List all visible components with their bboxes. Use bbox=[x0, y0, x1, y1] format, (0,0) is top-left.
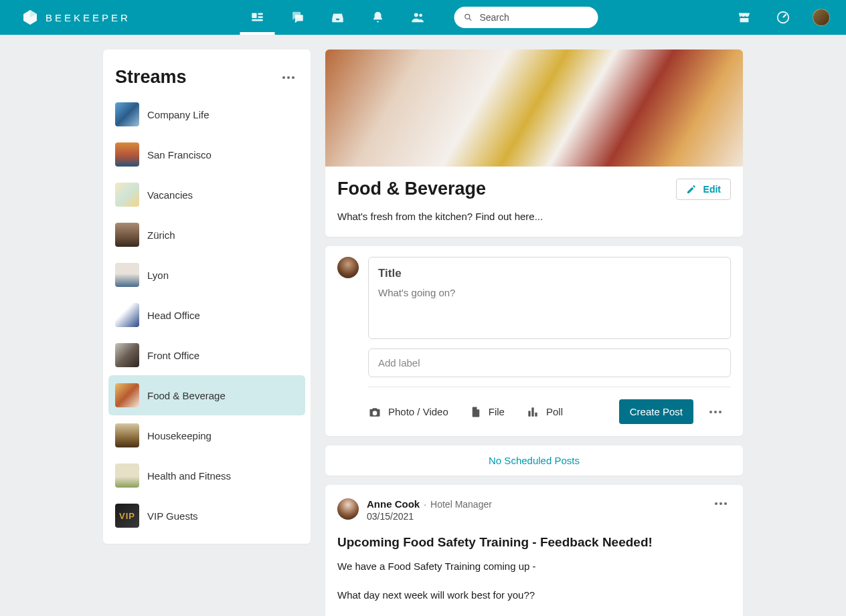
composer-more-button[interactable] bbox=[705, 407, 726, 417]
post-author-name[interactable]: Anne Cook bbox=[367, 498, 420, 510]
stream-thumb bbox=[115, 223, 139, 247]
nav-dashboard-icon[interactable] bbox=[774, 8, 792, 27]
nav-center bbox=[248, 7, 598, 28]
sidebar-item-vacancies[interactable]: Vacancies bbox=[108, 175, 305, 215]
stream-label: Health and Fitness bbox=[147, 470, 231, 482]
poll-icon bbox=[526, 405, 539, 419]
scheduled-posts-banner[interactable]: No Scheduled Posts bbox=[325, 445, 743, 476]
create-post-button[interactable]: Create Post bbox=[619, 399, 693, 424]
svg-point-6 bbox=[465, 14, 470, 19]
sidebar-item-front-office[interactable]: Front Office bbox=[108, 335, 305, 375]
search-input[interactable] bbox=[479, 12, 588, 23]
nav-inbox-icon[interactable] bbox=[329, 8, 347, 27]
svg-rect-1 bbox=[258, 13, 262, 15]
sidebar-item-head-office[interactable]: Head Office bbox=[108, 295, 305, 335]
svg-point-4 bbox=[414, 13, 418, 17]
search-box[interactable] bbox=[454, 7, 598, 28]
svg-rect-10 bbox=[531, 407, 533, 416]
pencil-icon bbox=[686, 184, 697, 195]
nav-streams-icon[interactable] bbox=[248, 8, 267, 27]
post-more-button[interactable] bbox=[711, 498, 731, 509]
stream-thumb bbox=[115, 142, 139, 167]
camera-icon bbox=[368, 405, 382, 419]
composer-body-input[interactable]: What's going on? bbox=[378, 287, 721, 298]
svg-rect-9 bbox=[528, 411, 530, 416]
svg-rect-11 bbox=[535, 412, 537, 416]
stream-thumb bbox=[115, 303, 139, 327]
logo-icon bbox=[21, 9, 39, 26]
stream-thumb bbox=[115, 383, 139, 407]
composer-avatar bbox=[337, 257, 359, 278]
sidebar-item-vip-guests[interactable]: VIPVIP Guests bbox=[108, 496, 305, 536]
svg-line-7 bbox=[469, 19, 471, 21]
stream-label: Lyon bbox=[147, 270, 169, 281]
post-author-avatar[interactable] bbox=[337, 498, 359, 520]
stream-header-card: Food & Beverage Edit What's fresh from t… bbox=[325, 49, 743, 237]
add-label-input[interactable]: Add label bbox=[368, 348, 731, 377]
edit-stream-button[interactable]: Edit bbox=[676, 179, 731, 200]
stream-list: Company LifeSan FranciscoVacanciesZürich… bbox=[103, 94, 311, 536]
sidebar-item-lyon[interactable]: Lyon bbox=[108, 255, 305, 295]
sidebar-item-health-and-fitness[interactable]: Health and Fitness bbox=[108, 455, 305, 496]
file-icon bbox=[470, 405, 482, 419]
attach-file-button[interactable]: File bbox=[470, 405, 505, 419]
nav-people-icon[interactable] bbox=[409, 8, 428, 27]
stream-description: What's fresh from the kitchen? Find out … bbox=[337, 211, 731, 222]
svg-rect-2 bbox=[258, 16, 262, 18]
stream-label: Food & Beverage bbox=[147, 390, 226, 401]
sidebar-item-food-beverage[interactable]: Food & Beverage bbox=[108, 375, 305, 415]
stream-label: Front Office bbox=[147, 350, 199, 361]
post-author-role: Hotel Manager bbox=[430, 499, 492, 510]
profile-avatar[interactable] bbox=[813, 9, 830, 26]
stream-label: Head Office bbox=[147, 310, 200, 321]
stream-label: San Francisco bbox=[147, 149, 212, 161]
stream-label: VIP Guests bbox=[147, 510, 198, 522]
stream-cover-image bbox=[325, 49, 743, 167]
svg-point-5 bbox=[419, 13, 422, 17]
svg-rect-3 bbox=[252, 19, 263, 21]
post-composer-card: Title What's going on? Add label Photo /… bbox=[325, 246, 743, 436]
attach-poll-button[interactable]: Poll bbox=[526, 405, 563, 419]
search-icon bbox=[464, 12, 473, 23]
sidebar-item-san-francisco[interactable]: San Francisco bbox=[108, 134, 305, 175]
stream-title: Food & Beverage bbox=[337, 179, 486, 199]
nav-chat-icon[interactable] bbox=[288, 8, 307, 27]
stream-label: Zürich bbox=[147, 229, 175, 241]
app-name: BEEKEEPER bbox=[46, 12, 131, 23]
attach-photo-button[interactable]: Photo / Video bbox=[368, 405, 448, 419]
stream-thumb bbox=[115, 343, 139, 367]
post-body: We have a Food Safety Training coming up… bbox=[337, 559, 731, 603]
post-title: Upcoming Food Safety Training - Feedback… bbox=[337, 535, 731, 550]
nav-notifications-icon[interactable] bbox=[369, 8, 388, 27]
edit-button-label: Edit bbox=[703, 184, 721, 195]
nav-market-icon[interactable] bbox=[735, 8, 754, 27]
post-card: Anne Cook · Hotel Manager 03/15/2021 Upc… bbox=[325, 485, 743, 616]
stream-label: Vacancies bbox=[147, 189, 193, 201]
stream-thumb: VIP bbox=[115, 504, 139, 528]
stream-label: Housekeeping bbox=[147, 430, 212, 441]
sidebar-title: Streams bbox=[115, 67, 187, 88]
composer-textarea[interactable]: Title What's going on? bbox=[368, 257, 731, 339]
stream-thumb bbox=[115, 102, 139, 126]
streams-sidebar: Streams Company LifeSan FranciscoVacanci… bbox=[103, 49, 311, 544]
app-logo[interactable]: BEEKEEPER bbox=[21, 9, 131, 26]
nav-icons bbox=[248, 8, 428, 27]
top-bar: BEEKEEPER bbox=[0, 0, 846, 35]
sidebar-item-company-life[interactable]: Company Life bbox=[108, 94, 305, 134]
composer-title-input[interactable]: Title bbox=[378, 267, 721, 280]
sidebar-item-z-rich[interactable]: Zürich bbox=[108, 215, 305, 255]
sidebar-item-housekeeping[interactable]: Housekeeping bbox=[108, 415, 305, 455]
stream-thumb bbox=[115, 183, 139, 207]
stream-label: Company Life bbox=[147, 109, 209, 120]
stream-thumb bbox=[115, 263, 139, 287]
stream-thumb bbox=[115, 423, 139, 447]
stream-thumb bbox=[115, 464, 139, 488]
svg-rect-0 bbox=[252, 13, 256, 18]
sidebar-more-button[interactable] bbox=[278, 72, 299, 83]
post-date: 03/15/2021 bbox=[367, 511, 703, 522]
nav-right bbox=[735, 8, 830, 27]
